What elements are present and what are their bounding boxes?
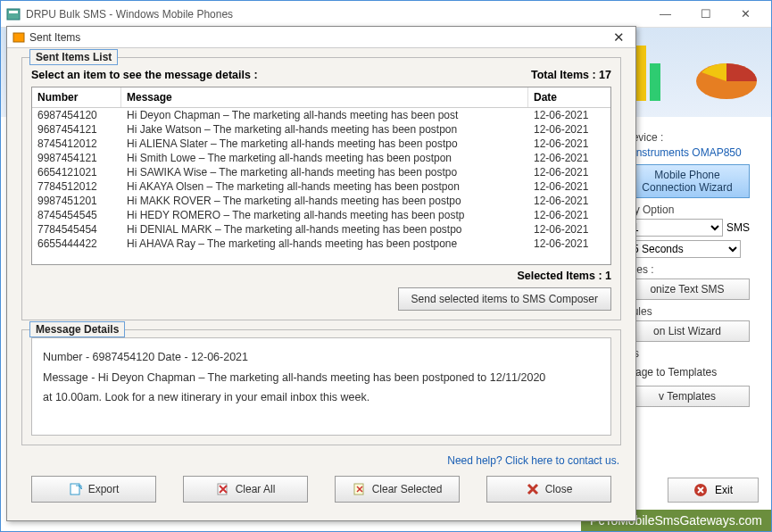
view-templates-button[interactable]: v Templates: [625, 386, 750, 407]
cell-message: Hi AKAYA Olsen – The marketing all-hands…: [121, 179, 528, 194]
col-date[interactable]: Date: [528, 87, 610, 107]
titlebar: DRPU Bulk SMS - Windows Mobile Phones — …: [1, 1, 771, 28]
details-legend: Message Details: [29, 321, 125, 337]
cell-date: 12-06-2021: [528, 122, 610, 137]
cell-date: 12-06-2021: [528, 237, 610, 251]
message-details-fieldset: Message Details Number - 6987454120 Date…: [21, 329, 621, 445]
cell-number: 7784545454: [32, 222, 121, 237]
mobile-connection-wizard-button[interactable]: Mobile Phone Connection Wizard: [625, 164, 750, 198]
clear-all-label: Clear All: [236, 483, 276, 495]
save-template-label: ssage to Templates: [625, 362, 750, 382]
svg-rect-5: [650, 63, 660, 101]
cell-number: 6654121021: [32, 165, 121, 179]
svg-rect-8: [13, 33, 24, 42]
main-window: DRPU Bulk SMS - Windows Mobile Phones — …: [0, 0, 772, 532]
cell-date: 12-06-2021: [528, 208, 610, 222]
cell-number: 7784512012: [32, 179, 121, 194]
clear-selected-icon: [353, 482, 367, 496]
details-number-line: Number - 6987454120 Date - 12-06-2021: [43, 347, 600, 368]
table-row[interactable]: 8745454545Hi HEDY ROMERO – The marketing…: [32, 208, 610, 222]
cell-date: 12-06-2021: [528, 165, 610, 179]
messages-label: ages :: [625, 263, 759, 276]
clear-all-button[interactable]: Clear All: [183, 476, 308, 503]
exit-label: Exit: [715, 484, 733, 496]
export-icon: [69, 482, 83, 496]
cell-date: 12-06-2021: [528, 108, 610, 122]
sent-items-dialog: Sent Items ✕ Sent Items List Select an i…: [6, 26, 636, 521]
dialog-title: Sent Items: [29, 31, 608, 44]
cell-number: 9687454121: [32, 122, 121, 137]
app-icon: [6, 7, 21, 21]
cell-message: Hi Smith Lowe – The marketing all-hands …: [121, 151, 528, 165]
table-row[interactable]: 7784512012Hi AKAYA Olsen – The marketing…: [32, 179, 610, 194]
window-title: DRPU Bulk SMS - Windows Mobile Phones: [26, 8, 645, 21]
table-row[interactable]: 6654121021Hi SAWIKA Wise – The marketing…: [32, 165, 610, 179]
table-row[interactable]: 8745412012Hi ALIENA Slater – The marketi…: [32, 137, 610, 151]
exit-button[interactable]: Exit: [668, 478, 759, 503]
cell-number: 8745454545: [32, 208, 121, 222]
cell-number: 6655444422: [32, 237, 121, 251]
clear-selected-label: Clear Selected: [372, 483, 443, 495]
cell-date: 12-06-2021: [528, 137, 610, 151]
cell-date: 12-06-2021: [528, 179, 610, 194]
export-button[interactable]: Export: [31, 476, 156, 503]
rules-label: Rules: [625, 305, 759, 318]
sent-items-table[interactable]: Number Message Date 6987454120Hi Deyon C…: [31, 87, 611, 265]
delay-select[interactable]: 5 Seconds: [625, 240, 741, 258]
minimize-button[interactable]: —: [645, 2, 685, 27]
delivery-option-label: ery Option: [625, 204, 759, 216]
maximize-button[interactable]: ☐: [685, 2, 726, 27]
help-link[interactable]: Need help? Click here to contact us.: [23, 454, 619, 467]
cell-number: 6987454120: [32, 108, 121, 122]
col-number[interactable]: Number: [32, 87, 121, 107]
table-row[interactable]: 6655444422Hi AHAVA Ray – The marketing a…: [32, 237, 610, 251]
cell-date: 12-06-2021: [528, 222, 610, 237]
select-prompt: Select an item to see the message detail…: [31, 69, 258, 81]
svg-rect-4: [635, 46, 646, 101]
sms-unit-label: SMS: [726, 221, 750, 234]
pie-chart-icon: [691, 54, 762, 104]
table-row[interactable]: 9987454121Hi Smith Lowe – The marketing …: [32, 151, 610, 165]
details-msg-line1: Message - Hi Deyon Chapman – The marketi…: [43, 368, 600, 388]
cell-date: 12-06-2021: [528, 194, 610, 208]
cell-date: 12-06-2021: [528, 151, 610, 165]
cell-number: 9987454121: [32, 151, 121, 165]
list-legend: Sent Items List: [29, 49, 118, 65]
cell-number: 8745412012: [32, 137, 121, 151]
clear-all-icon: [216, 482, 230, 496]
svg-rect-1: [9, 11, 18, 13]
clear-selected-button[interactable]: Clear Selected: [335, 476, 460, 503]
exclusion-wizard-button[interactable]: on List Wizard: [625, 320, 750, 342]
close-window-button[interactable]: ✕: [726, 2, 766, 27]
cell-message: Hi AHAVA Ray – The marketing all-hands m…: [121, 237, 528, 251]
table-row[interactable]: 6987454120Hi Deyon Chapman – The marketi…: [32, 108, 610, 122]
device-link[interactable]: s Instruments OMAP850: [625, 146, 742, 159]
close-icon: [526, 482, 540, 496]
send-to-composer-button[interactable]: Send selected items to SMS Composer: [398, 287, 611, 311]
batch-select[interactable]: 1: [625, 219, 723, 237]
total-items-label: Total Items : 17: [531, 69, 611, 81]
cell-message: Hi DENIAL MARK – The marketing all-hands…: [121, 222, 528, 237]
selected-items-label: Selected Items : 1: [31, 270, 611, 282]
table-row[interactable]: 9687454121Hi Jake Watson – The marketing…: [32, 122, 610, 137]
close-dialog-button[interactable]: Close: [486, 476, 611, 503]
device-label: Device :: [625, 131, 759, 144]
cell-message: Hi Deyon Chapman – The marketing all-han…: [121, 108, 528, 122]
svg-rect-0: [7, 9, 20, 20]
col-message[interactable]: Message: [121, 87, 528, 107]
sent-items-list-fieldset: Sent Items List Select an item to see th…: [21, 57, 621, 320]
close-label: Close: [545, 483, 573, 495]
table-row[interactable]: 7784545454Hi DENIAL MARK – The marketing…: [32, 222, 610, 237]
close-red-icon: [693, 483, 708, 497]
dialog-titlebar: Sent Items ✕: [7, 27, 635, 48]
message-details-box: Number - 6987454120 Date - 12-06-2021 Me…: [31, 337, 611, 436]
cell-message: Hi ALIENA Slater – The marketing all-han…: [121, 137, 528, 151]
details-msg-line2: at 10.00am. Look for a new itinerary in …: [43, 387, 600, 408]
side-panel: Device : s Instruments OMAP850 Mobile Ph…: [625, 126, 759, 411]
table-row[interactable]: 9987451201Hi MAKK ROVER – The marketing …: [32, 194, 610, 208]
personalize-sms-button[interactable]: onize Text SMS: [625, 278, 750, 300]
cell-message: Hi Jake Watson – The marketing all-hands…: [121, 122, 528, 137]
dialog-close-button[interactable]: ✕: [608, 29, 630, 46]
cell-message: Hi SAWIKA Wise – The marketing all-hands…: [121, 165, 528, 179]
dialog-icon: [12, 31, 25, 44]
